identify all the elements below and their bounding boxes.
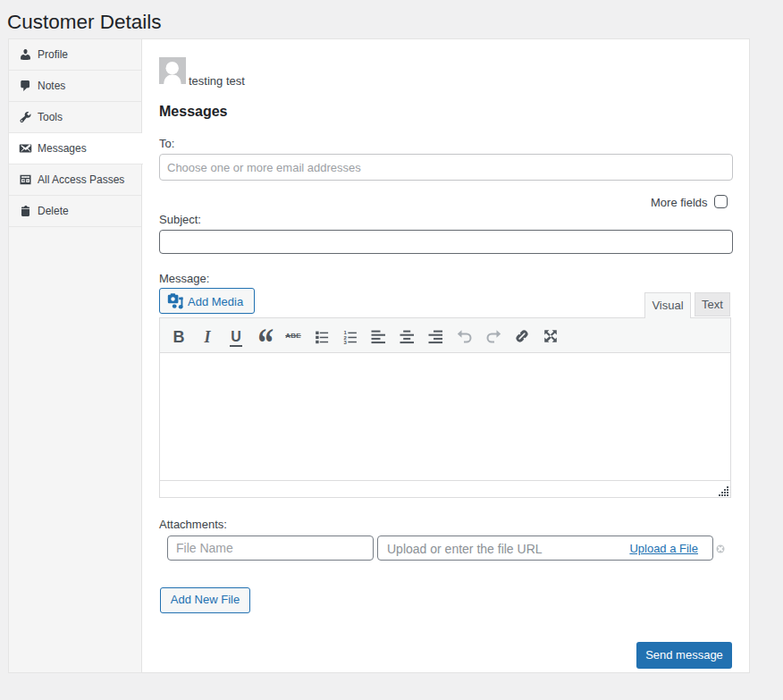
svg-text:3: 3 xyxy=(343,340,347,345)
